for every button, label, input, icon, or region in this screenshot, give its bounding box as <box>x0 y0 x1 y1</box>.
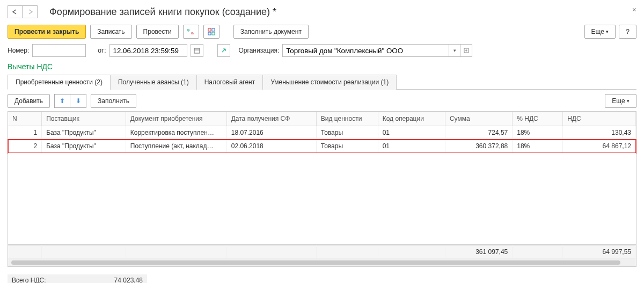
tab-acquired[interactable]: Приобретенные ценности (2) <box>8 75 111 90</box>
section-title: Вычеты НДС <box>8 62 636 71</box>
table-row[interactable]: 2 База "Продукты" Поступление (акт, накл… <box>8 140 636 153</box>
svg-rect-4 <box>208 32 211 35</box>
col-doc[interactable]: Документ приобретения <box>126 112 226 126</box>
nav-forward-button[interactable] <box>23 5 38 18</box>
move-down-icon[interactable]: ⬇ <box>70 94 86 108</box>
date-input[interactable] <box>109 44 187 57</box>
svg-rect-2 <box>208 28 211 31</box>
col-type[interactable]: Вид ценности <box>316 112 378 126</box>
more-button[interactable]: Еще ▾ <box>584 25 616 39</box>
link-icon[interactable] <box>217 44 230 57</box>
post-close-button[interactable]: Провести и закрыть <box>8 25 86 39</box>
structure-icon[interactable] <box>203 25 219 39</box>
col-sum[interactable]: Сумма <box>445 112 512 126</box>
col-op[interactable]: Код операции <box>378 112 445 126</box>
grid: N Поставщик Документ приобретения Дата п… <box>8 111 636 267</box>
tab-reduction[interactable]: Уменьшение стоимости реализации (1) <box>262 75 397 90</box>
close-icon[interactable]: × <box>632 5 636 14</box>
col-supplier[interactable]: Поставщик <box>42 112 126 126</box>
help-button[interactable]: ? <box>619 25 636 39</box>
page-title: Формирование записей книги покупок (созд… <box>49 6 276 18</box>
svg-rect-5 <box>212 32 215 35</box>
tab-agent[interactable]: Налоговый агент <box>196 75 264 90</box>
col-n[interactable]: N <box>8 112 42 126</box>
tab-advances[interactable]: Полученные авансы (1) <box>110 75 197 90</box>
grid-more-button[interactable]: Еще ▾ <box>605 94 636 108</box>
nav-back-button[interactable] <box>8 5 23 18</box>
hscrollbar[interactable] <box>8 259 636 266</box>
post-button[interactable]: Провести <box>136 25 179 39</box>
org-open-icon[interactable] <box>460 44 472 57</box>
org-dropdown-icon[interactable]: ▾ <box>449 44 460 57</box>
number-input[interactable] <box>32 44 86 57</box>
add-button[interactable]: Добавить <box>8 94 50 108</box>
dt-kt-icon[interactable]: ДтКт <box>183 25 199 39</box>
svg-text:Дт: Дт <box>187 28 191 32</box>
move-up-icon[interactable]: ⬆ <box>54 94 70 108</box>
org-input[interactable] <box>282 44 449 57</box>
save-button[interactable]: Записать <box>90 25 131 39</box>
calendar-icon[interactable] <box>191 44 203 57</box>
svg-rect-6 <box>194 48 200 53</box>
total-nds-row: Всего НДС: 74 023,48 <box>8 274 147 283</box>
grid-empty-area <box>8 153 636 245</box>
svg-rect-3 <box>212 28 215 31</box>
svg-text:Кт: Кт <box>191 32 194 35</box>
org-label: Организация: <box>239 47 280 54</box>
footer-row: 361 097,45 64 997,55 <box>8 245 636 259</box>
grid-fill-button[interactable]: Заполнить <box>91 94 136 108</box>
from-label: от: <box>98 47 106 54</box>
fill-doc-button[interactable]: Заполнить документ <box>233 25 309 39</box>
number-label: Номер: <box>8 47 29 54</box>
total-value: 74 023,48 <box>114 277 143 283</box>
col-nds[interactable]: НДС <box>563 112 636 126</box>
total-label: Всего НДС: <box>12 277 46 283</box>
col-date[interactable]: Дата получения СФ <box>226 112 316 126</box>
table-row[interactable]: 1 База "Продукты" Корректировка поступле… <box>8 126 636 140</box>
col-pct[interactable]: % НДС <box>513 112 563 126</box>
